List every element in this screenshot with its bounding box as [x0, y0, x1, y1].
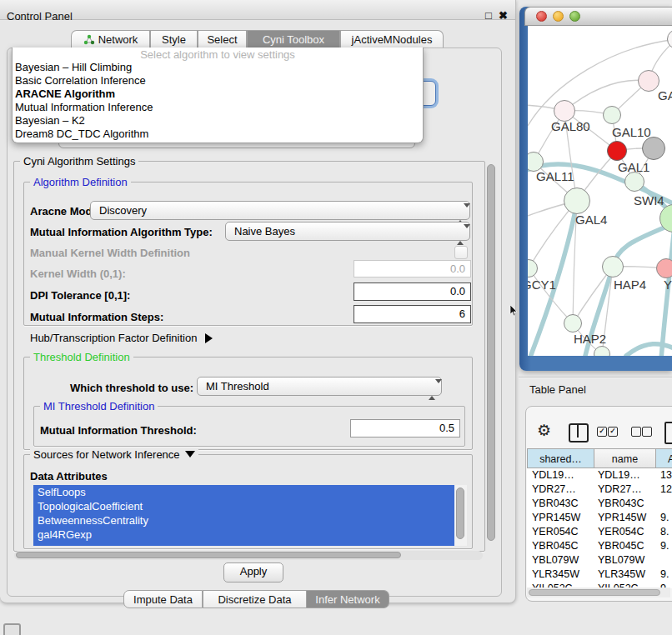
close-icon[interactable]: ✖: [499, 9, 508, 22]
checked-checkbox-icon[interactable]: ✓: [597, 427, 607, 437]
table-row[interactable]: YBL079WYBL079W: [527, 553, 672, 568]
tab-network[interactable]: Network: [71, 30, 150, 48]
manual-kernel-width-checkbox[interactable]: [454, 246, 468, 259]
cell-shared-name: YBR045C: [532, 540, 579, 552]
cell-name: YDR27…: [598, 483, 642, 495]
table-row[interactable]: YDL19…YDL19…13: [527, 468, 672, 482]
network-node-gal4[interactable]: [564, 188, 590, 214]
network-node-hap2[interactable]: [564, 314, 582, 332]
cell-value: 12: [660, 483, 672, 495]
network-node-hap4[interactable]: [602, 256, 624, 278]
menu-item-aracne[interactable]: ARACNE Algorithm: [15, 88, 415, 101]
list-item-betweennesscentrality[interactable]: BetweennessCentrality: [38, 513, 446, 528]
menu-item-mutual-information[interactable]: Mutual Information Inference: [15, 101, 415, 114]
network-canvas[interactable]: GAL7 GAL80 GAL10 GAL1 SWI4 GAL11 GAL4 GC…: [528, 26, 672, 356]
minimize-traffic-light-icon[interactable]: [553, 11, 564, 22]
table-panel-title: Table Panel: [529, 383, 586, 396]
table-row[interactable]: YBR045CYBR045C9.: [527, 539, 672, 553]
settings-horizontal-scrollbar[interactable]: [14, 551, 483, 560]
tab-style-label: Style: [162, 33, 186, 46]
tab-discretize-data[interactable]: Discretize Data: [203, 590, 307, 608]
hub-definition-expander[interactable]: Hub/Transcription Factor Definition: [30, 332, 213, 344]
settings-hscrollbar-thumb[interactable]: [16, 552, 401, 558]
network-tab-icon: [83, 34, 95, 44]
table-row[interactable]: YER054CYER054C8.: [527, 525, 672, 539]
mi-steps-field[interactable]: 6: [354, 305, 471, 323]
cell-shared-name: YDR27…: [532, 483, 576, 495]
dpi-tolerance-field[interactable]: 0.0: [354, 282, 471, 301]
tab-jactivemnodules[interactable]: jActiveMNodules: [340, 30, 444, 48]
list-item-topologicalcoefficient[interactable]: TopologicalCoefficient: [38, 499, 446, 513]
mi-algorithm-type-label: Mutual Information Algorithm Type:: [30, 226, 213, 238]
cell-value: 9.: [660, 540, 669, 552]
kernel-width-field[interactable]: 0.0: [354, 260, 471, 278]
cell-name: YBR043C: [598, 498, 644, 509]
table-row[interactable]: YPR145WYPR145W9.: [527, 511, 672, 525]
tab-infer-network[interactable]: Infer Network: [307, 590, 389, 608]
hub-definition-label: Hub/Transcription Factor Definition: [30, 332, 197, 344]
node-label-gal4: GAL4: [575, 212, 607, 227]
menu-item-bayesian-k2[interactable]: Bayesian – K2: [15, 114, 415, 128]
network-node-salmon[interactable]: [656, 258, 672, 278]
control-panel-titlebar[interactable]: [0, 0, 515, 20]
unchecked-checkbox-icon[interactable]: [631, 427, 641, 437]
tab-cyni-toolbox[interactable]: Cyni Toolbox: [247, 30, 340, 48]
node-label-y: Y: [664, 278, 672, 292]
list-item-selfloops[interactable]: SelfLoops: [38, 485, 446, 499]
network-node-gal1-red[interactable]: [607, 141, 627, 161]
manual-kernel-width-label: Manual Kernel Width Definition: [30, 247, 190, 259]
minimized-panel-icon[interactable]: [3, 623, 21, 635]
list-scrollbar[interactable]: [454, 485, 467, 546]
network-node-swi4[interactable]: [624, 172, 644, 192]
document-icon[interactable]: [664, 422, 672, 444]
network-node-gray[interactable]: [642, 137, 665, 160]
list-item-gal4rgexp[interactable]: gal4RGexp: [38, 528, 446, 542]
tab-impute-data-label: Impute Data: [133, 593, 193, 606]
table-row[interactable]: YBR043CYBR043C: [527, 497, 672, 511]
which-threshold-combobox[interactable]: MI Threshold: [197, 377, 442, 396]
list-scrollbar-thumb[interactable]: [456, 488, 464, 539]
close-traffic-light-icon[interactable]: [536, 11, 547, 22]
zoom-traffic-light-icon[interactable]: [569, 11, 580, 22]
node-label-hap2: HAP2: [574, 332, 606, 346]
table-horizontal-scrollbar[interactable]: [527, 588, 670, 598]
cell-shared-name: YDL19…: [532, 469, 574, 481]
panel-divider[interactable]: [519, 377, 672, 378]
tab-impute-data[interactable]: Impute Data: [123, 590, 203, 608]
control-panel-title: Control Panel: [7, 10, 73, 22]
column-header-shared-name[interactable]: shared…: [527, 448, 594, 468]
sources-title[interactable]: Sources for Network Inference: [30, 448, 198, 461]
split-columns-icon[interactable]: [569, 423, 589, 442]
apply-button[interactable]: Apply: [223, 562, 283, 582]
network-node-gal7[interactable]: [638, 70, 659, 92]
aracne-mode-combobox[interactable]: Discovery: [90, 201, 470, 220]
node-label-gal1: GAL1: [618, 160, 649, 174]
settings-vertical-scrollbar[interactable]: [487, 163, 496, 548]
table-row[interactable]: YDR27…YDR27…12: [527, 482, 672, 497]
cell-value: 8.: [660, 526, 669, 538]
mi-threshold-group-title: MI Threshold Definition: [40, 400, 158, 412]
data-attributes-list[interactable]: SelfLoops TopologicalCoefficient Between…: [33, 485, 467, 546]
settings-vscrollbar-thumb[interactable]: [487, 164, 495, 541]
cell-name: YBL079W: [598, 554, 644, 566]
mi-algorithm-type-combobox[interactable]: Naive Bayes: [225, 222, 470, 241]
network-node-gal10[interactable]: [603, 106, 621, 124]
mi-threshold-field[interactable]: 0.5: [350, 419, 460, 438]
menu-item-dream8[interactable]: Dream8 DC_TDC Algorithm: [15, 128, 415, 141]
tab-cyni-toolbox-label: Cyni Toolbox: [263, 33, 324, 46]
gear-icon[interactable]: ⚙: [537, 421, 551, 440]
tab-select[interactable]: Select: [198, 30, 247, 48]
tab-style[interactable]: Style: [150, 30, 198, 48]
menu-item-basic-correlation[interactable]: Basic Correlation Inference: [15, 74, 415, 88]
sources-title-label: Sources for Network Inference: [33, 448, 180, 461]
table-hscrollbar-thumb[interactable]: [529, 589, 660, 596]
checked-checkbox-icon[interactable]: ✓: [608, 427, 618, 437]
which-threshold-label: Which threshold to use:: [70, 382, 193, 394]
unchecked-checkbox-icon[interactable]: [642, 427, 652, 437]
column-header-name[interactable]: name: [594, 448, 655, 468]
column-header-partial[interactable]: A: [655, 448, 672, 468]
data-attributes-label: Data Attributes: [30, 470, 108, 482]
menu-item-bayesian-hill-climbing[interactable]: Bayesian – Hill Climbing: [15, 61, 415, 74]
table-row[interactable]: YLR345WYLR345W9.: [527, 568, 672, 582]
float-window-icon[interactable]: □: [485, 9, 492, 22]
